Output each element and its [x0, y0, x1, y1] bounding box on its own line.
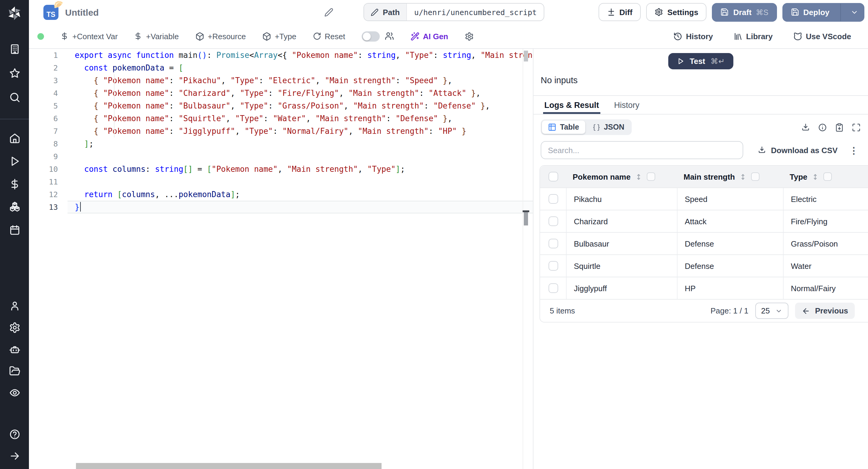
line-number: 5: [29, 99, 67, 112]
column-header[interactable]: Pokemon name: [567, 172, 678, 181]
code-lines[interactable]: 1export async function main(): Promise<A…: [29, 49, 533, 213]
select-all-checkbox[interactable]: [549, 172, 558, 182]
sidebar-item-variables[interactable]: [9, 179, 20, 190]
tab-logs-result[interactable]: Logs & Result: [543, 96, 600, 114]
code-line[interactable]: 12 return [columns, ...pokemonData];: [29, 188, 533, 201]
diff-button[interactable]: Diff: [598, 3, 641, 21]
view-json-button[interactable]: JSON: [586, 121, 630, 134]
row-checkbox[interactable]: [548, 261, 558, 271]
result-info-button[interactable]: [818, 123, 827, 132]
sidebar-item-runs[interactable]: [9, 156, 20, 167]
sidebar-item-folders[interactable]: [9, 365, 20, 377]
editor-vertical-scrollbar[interactable]: [523, 49, 529, 469]
page-size-select[interactable]: 25: [755, 303, 788, 319]
sort-icon[interactable]: [812, 173, 819, 181]
sidebar-item-audit-logs[interactable]: [9, 387, 20, 399]
sidebar-item-workspace[interactable]: [9, 43, 20, 55]
windmill-logo[interactable]: [7, 5, 22, 21]
sidebar-item-search[interactable]: [9, 92, 20, 103]
deploy-more-button[interactable]: [845, 8, 864, 16]
chevron-down-icon: [775, 307, 782, 314]
code-line[interactable]: 13}: [29, 201, 533, 213]
table-row[interactable]: SquirtleDefenseWater: [540, 254, 868, 277]
code-line[interactable]: 1export async function main(): Promise<A…: [29, 49, 533, 61]
tab-history[interactable]: History: [613, 96, 641, 114]
reset-button[interactable]: Reset: [313, 32, 345, 41]
code-line[interactable]: 2 const pokemonData = [: [29, 61, 533, 74]
sidebar-item-home[interactable]: [9, 133, 20, 144]
sidebar-item-schedules[interactable]: [9, 224, 20, 236]
path-control[interactable]: Path u/henri/unencumbered_script: [364, 3, 545, 21]
add-context-var-button[interactable]: +Context Var: [60, 32, 118, 41]
save-icon: [721, 8, 729, 16]
column-toggle[interactable]: [824, 173, 832, 181]
line-number: 11: [29, 176, 67, 188]
line-number: 4: [29, 87, 67, 99]
table-header: Pokemon nameMain strengthType: [540, 166, 868, 187]
sidebar-item-users[interactable]: [9, 300, 20, 312]
download-result-button[interactable]: [801, 123, 810, 132]
sort-icon[interactable]: [635, 173, 643, 181]
use-vscode-button[interactable]: Use VScode: [793, 32, 851, 41]
row-checkbox[interactable]: [548, 239, 558, 248]
sidebar-item-favorites[interactable]: [9, 67, 20, 79]
sidebar-item-workers[interactable]: [9, 344, 20, 355]
history-button[interactable]: History: [673, 32, 713, 41]
table-row[interactable]: JigglypuffHPNormal/Fairy: [540, 277, 868, 299]
add-variable-button[interactable]: +Variable: [134, 32, 179, 41]
download-icon: [801, 123, 810, 132]
add-type-button[interactable]: +Type: [262, 32, 297, 41]
library-button[interactable]: Library: [734, 32, 773, 41]
table-row[interactable]: BulbasaurDefenseGrass/Poison: [540, 232, 868, 254]
code-line[interactable]: 10 const columns: string[] = ["Pokemon n…: [29, 163, 533, 176]
sort-icon[interactable]: [739, 173, 747, 181]
table-row[interactable]: CharizardAttackFire/Flying: [540, 210, 868, 232]
code-line[interactable]: 7 { "Pokemon name": "Jigglypuff", "Type"…: [29, 125, 533, 137]
code-editor[interactable]: 1export async function main(): Promise<A…: [29, 49, 533, 469]
expand-result-button[interactable]: [852, 123, 861, 132]
column-toggle[interactable]: [751, 173, 760, 181]
windmill-script-editor: TS 🥟 Untitled Path u/henri/unencumbered_…: [0, 0, 868, 469]
code-line[interactable]: 8 ];: [29, 137, 533, 150]
add-resource-button[interactable]: +Resource: [195, 32, 246, 41]
row-checkbox[interactable]: [548, 194, 558, 204]
edit-summary-button[interactable]: [324, 7, 333, 17]
download-csv-button[interactable]: Download as CSV: [754, 145, 841, 155]
code-line[interactable]: 4 { "Pokemon name": "Charizard", "Type":…: [29, 87, 533, 99]
view-table-button[interactable]: Table: [542, 121, 585, 134]
code-line[interactable]: 3 { "Pokemon name": "Pikachu", "Type": "…: [29, 74, 533, 87]
sidebar-item-resources[interactable]: [9, 201, 20, 213]
settings-button[interactable]: Settings: [646, 3, 707, 21]
code-line[interactable]: 11: [29, 176, 533, 188]
editor-horizontal-scrollbar[interactable]: [76, 463, 381, 469]
multiplayer-toggle[interactable]: [361, 31, 379, 41]
gear-icon: [655, 8, 663, 16]
row-checkbox[interactable]: [548, 283, 558, 293]
previous-page-button[interactable]: Previous: [795, 303, 855, 319]
column-header[interactable]: Type: [784, 172, 868, 181]
code-line[interactable]: 9: [29, 150, 533, 163]
draft-button[interactable]: Draft ⌘S: [712, 3, 777, 22]
arrow-right-icon: [9, 450, 20, 462]
row-checkbox[interactable]: [548, 216, 558, 226]
sidebar-expand-button[interactable]: [9, 450, 20, 462]
sidebar-item-help[interactable]: [9, 429, 20, 440]
editor-settings-button[interactable]: [464, 32, 473, 41]
sidebar-item-settings[interactable]: [9, 322, 20, 333]
code-line[interactable]: 5 { "Pokemon name": "Bulbasaur", "Type":…: [29, 99, 533, 112]
copy-result-button[interactable]: [835, 123, 844, 132]
table-cell: Electric: [784, 188, 868, 210]
table-menu-button[interactable]: ⋮: [849, 146, 863, 155]
package-icon: [262, 32, 271, 41]
table-row[interactable]: PikachuSpeedElectric: [540, 187, 868, 210]
column-header[interactable]: Main strength: [678, 172, 784, 181]
code-line[interactable]: 6 { "Pokemon name": "Squirtle", "Type": …: [29, 112, 533, 125]
deploy-button[interactable]: Deploy: [782, 3, 864, 22]
column-toggle[interactable]: [647, 173, 655, 181]
home-icon: [9, 133, 20, 144]
folder-open-icon: [9, 365, 20, 377]
ai-gen-button[interactable]: AI Gen: [410, 32, 448, 41]
test-button[interactable]: Test ⌘↵: [668, 53, 734, 69]
search-input[interactable]: [541, 141, 743, 159]
scrollbar-thumb[interactable]: [524, 51, 528, 61]
